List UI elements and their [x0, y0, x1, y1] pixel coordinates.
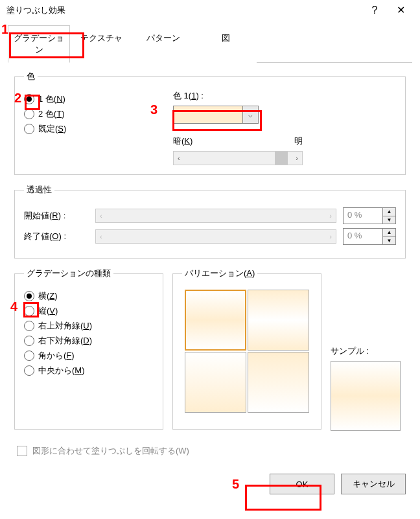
variation-2[interactable] — [248, 290, 309, 351]
color1-swatch — [174, 106, 242, 123]
end-spinner[interactable]: 0 % ▲▼ — [343, 228, 396, 245]
radio-from-corner[interactable]: 角から(F) — [24, 350, 154, 362]
arrow-up-icon[interactable]: ▲ — [383, 229, 395, 237]
transparency-group: 透過性 開始値(R) : ‹› 0 % ▲▼ 終了値(O) : ‹› 0 % ▲… — [14, 184, 406, 259]
radio-icon — [24, 306, 34, 316]
color1-dropdown[interactable]: ⌵ — [242, 106, 258, 123]
variations-legend: バリエーション(A) — [182, 268, 257, 279]
start-slider[interactable]: ‹› — [95, 209, 336, 223]
radio-icon — [24, 321, 34, 331]
start-spinner[interactable]: 0 % ▲▼ — [343, 207, 396, 224]
radio-diag-down[interactable]: 右下対角線(D) — [24, 335, 154, 347]
brightness-slider[interactable]: ‹ › — [173, 151, 303, 165]
tab-pattern[interactable]: パターン — [132, 25, 194, 63]
variation-3[interactable] — [185, 352, 246, 413]
end-slider[interactable]: ‹› — [95, 229, 336, 244]
arrow-up-icon[interactable]: ▲ — [383, 208, 395, 216]
tab-texture[interactable]: テクスチャ — [70, 25, 132, 63]
annotation-1: 1 — [1, 22, 8, 37]
checkbox-icon — [17, 446, 27, 456]
tabs: グラデーション テクスチャ パターン 図 — [8, 25, 412, 63]
colors-legend: 色 — [24, 71, 38, 82]
radio-from-center[interactable]: 中央から(M) — [24, 365, 154, 376]
cancel-button[interactable]: キャンセル — [341, 474, 406, 494]
arrow-right-icon[interactable]: › — [296, 154, 298, 162]
annotation-5: 5 — [232, 477, 239, 492]
arrow-down-icon[interactable]: ▼ — [383, 237, 395, 245]
annotation-4: 4 — [10, 299, 18, 314]
radio-icon — [24, 109, 34, 119]
radio-icon — [24, 336, 34, 346]
annotation-2: 2 — [14, 91, 21, 106]
variation-1[interactable] — [185, 290, 246, 351]
radio-horizontal[interactable]: 横(Z) — [24, 290, 154, 302]
end-value: 0 % — [344, 229, 382, 244]
shading-group: グラデーションの種類 横(Z) 縦(V) 右上対角線(U) 右下対角線(D) — [14, 268, 163, 430]
radio-two-colors[interactable]: 2 色(T) — [24, 108, 154, 120]
slider-thumb[interactable] — [275, 152, 288, 165]
end-label: 終了値(O) : — [24, 231, 89, 242]
chevron-down-icon: ⌵ — [248, 111, 253, 119]
color1-picker[interactable]: ⌵ — [173, 106, 259, 124]
help-button[interactable]: ? — [362, 5, 388, 16]
rotate-label: 図形に合わせて塗りつぶしを回転する(W) — [32, 445, 189, 457]
arrow-left-icon[interactable]: ‹ — [178, 154, 180, 162]
transparency-legend: 透過性 — [24, 184, 54, 196]
radio-vertical[interactable]: 縦(V) — [24, 305, 154, 317]
dialog-title: 塗りつぶし効果 — [6, 5, 362, 16]
radio-preset[interactable]: 既定(S) — [24, 123, 154, 135]
variations-group: バリエーション(A) — [172, 268, 321, 430]
footer: OK キャンセル — [0, 465, 420, 503]
radio-icon — [24, 291, 34, 301]
color1-label: 色 1(1) : — [173, 90, 396, 102]
radio-icon — [24, 94, 34, 104]
sample-preview — [331, 361, 401, 431]
close-button[interactable]: ✕ — [388, 5, 414, 16]
radio-diag-up[interactable]: 右上対角線(U) — [24, 320, 154, 332]
radio-one-color[interactable]: 1 色(N) — [24, 93, 154, 105]
tab-gradient[interactable]: グラデーション — [8, 25, 70, 63]
colors-group: 色 1 色(N) 2 色(T) 既定(S) 色 1(1) : — [14, 71, 406, 175]
dark-label: 暗(K) — [173, 135, 192, 147]
start-value: 0 % — [344, 208, 382, 224]
shading-legend: グラデーションの種類 — [24, 268, 113, 279]
radio-icon — [24, 351, 34, 361]
sample-label: サンプル : — [331, 345, 401, 357]
tab-picture[interactable]: 図 — [194, 25, 257, 63]
annotation-3: 3 — [150, 102, 158, 117]
start-label: 開始値(R) : — [24, 210, 89, 222]
variation-4[interactable] — [248, 352, 309, 413]
title-bar: 塗りつぶし効果 ? ✕ — [0, 0, 420, 21]
ok-button[interactable]: OK — [270, 474, 334, 494]
arrow-down-icon[interactable]: ▼ — [383, 216, 395, 224]
radio-icon — [24, 365, 34, 376]
radio-icon — [24, 124, 34, 134]
light-label: 明 — [294, 135, 303, 147]
rotate-checkbox-row[interactable]: 図形に合わせて塗りつぶしを回転する(W) — [17, 445, 406, 457]
